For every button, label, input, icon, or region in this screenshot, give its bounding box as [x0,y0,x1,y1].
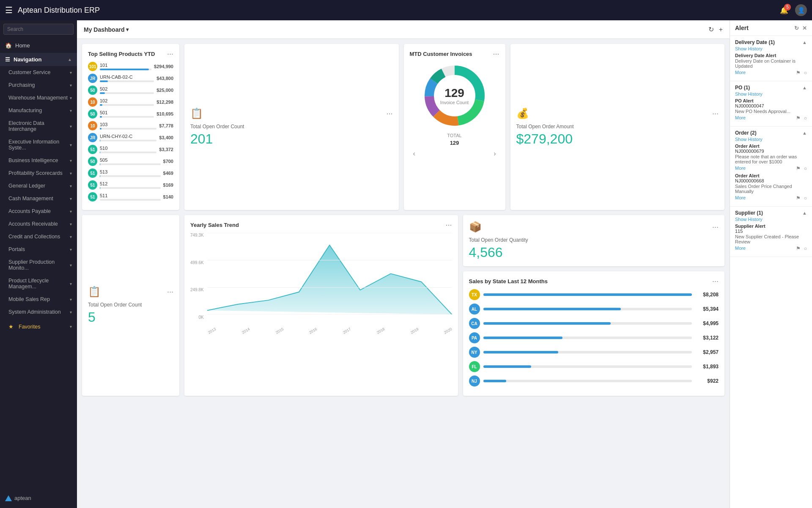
alert-more-link[interactable]: More [735,246,746,251]
spacer: 📋 ··· Total Open Order Count 5 [82,215,179,396]
product-price: $43,800 [156,76,173,81]
topbar: ☰ Aptean Distribution ERP 🔔 5 👤 [0,0,812,20]
alert-dismiss-button[interactable]: ○ [804,195,807,201]
list-item: 50 501 $10,695 [88,109,173,119]
alert-flag-button[interactable]: ⚑ [796,195,801,201]
alert-more-link[interactable]: More [735,70,746,76]
sales-state-title: Sales by State Last 12 Months [469,278,548,284]
show-history-link[interactable]: Show History [735,217,807,222]
product-badge: 51 [88,192,97,202]
alert-section-title: Supplier (1) ▲ [735,210,807,216]
mtd-invoices-widget: MTD Customer Invoices ··· [404,44,505,210]
dashboard-title[interactable]: My Dashboard ▾ [84,26,129,33]
alert-section-chevron[interactable]: ▲ [802,130,807,135]
widget-more-button[interactable]: ··· [493,50,499,58]
sidebar-item-mobile-sales[interactable]: Mobile Sales Rep ▾ [0,293,77,306]
alert-item: Supplier Alert 115 New Supplier Created … [735,224,807,251]
widget-more-button[interactable]: ··· [712,223,719,231]
sidebar-navigation-header[interactable]: ☰ Navigation ▲ [0,53,77,66]
sidebar-item-warehouse[interactable]: Warehouse Management ▾ [0,91,77,104]
list-item: 10 102 $12,298 [88,97,173,107]
search-input[interactable] [3,24,74,35]
state-bar-container [483,322,692,325]
alert-title: Alert [735,25,749,31]
alert-flag-button[interactable]: ⚑ [796,166,801,171]
sidebar-item-portals[interactable]: Portals ▾ [0,243,77,256]
sidebar-item-ap[interactable]: Accounts Payable ▾ [0,205,77,218]
sidebar-item-manufacturing[interactable]: Manufacturing ▾ [0,104,77,117]
sidebar-item-credit[interactable]: Credit and Collections ▾ [0,230,77,243]
chevron-down-icon: ▾ [70,282,72,286]
list-item: NY $2,957 [469,347,719,358]
product-price: $469 [163,171,173,176]
alert-more-link[interactable]: More [735,195,746,201]
list-item: NJ $922 [469,375,719,387]
alert-dismiss-button[interactable]: ○ [804,166,807,171]
state-bar-container [483,337,692,339]
sidebar-item-purchasing[interactable]: Purchasing ▾ [0,79,77,91]
alert-refresh-icon[interactable]: ↻ [794,25,799,31]
add-button[interactable]: + [719,25,723,33]
widget-more-button[interactable]: ··· [712,110,719,117]
next-button[interactable]: › [494,150,496,157]
show-history-link[interactable]: Show History [735,91,807,97]
state-bar [483,322,611,325]
list-item: TX $8,208 [469,289,719,300]
alert-section-chevron[interactable]: ▲ [802,40,807,45]
prev-button[interactable]: ‹ [413,150,415,157]
sidebar-label: Credit and Collections [8,234,60,240]
sidebar-item-gl[interactable]: General Ledger ▾ [0,179,77,192]
alert-section-name: Delivery Date (1) [735,39,775,45]
chevron-down-icon: ▾ [70,83,72,88]
sidebar-item-spm[interactable]: Supplier Production Monito... ▾ [0,256,77,274]
alert-flag-button[interactable]: ⚑ [796,246,801,251]
widget-more-button[interactable]: ··· [386,110,392,117]
alert-flag-button[interactable]: ⚑ [796,115,801,121]
hamburger-icon[interactable]: ☰ [5,5,13,15]
sidebar-item-customer-service[interactable]: Customer Service ▾ [0,66,77,79]
alert-count: (2) [750,130,757,136]
star-icon: ★ [8,323,14,330]
navigation-chevron: ▲ [68,57,72,62]
state-bar [483,293,692,296]
alert-more-link[interactable]: More [735,166,746,171]
sidebar-item-cash[interactable]: Cash Management ▾ [0,192,77,205]
alert-dismiss-button[interactable]: ○ [804,70,807,76]
alert-dismiss-button[interactable]: ○ [804,246,807,251]
chevron-down-icon: ▾ [70,196,72,201]
state-bar [483,365,532,368]
alert-close-icon[interactable]: ✕ [802,25,807,31]
widget-header: Top Selling Products YTD ··· [88,50,173,58]
sidebar-item-sysadmin[interactable]: System Administration ▾ [0,306,77,318]
widget-row-1: Top Selling Products YTD ··· 101 101 $29… [82,44,724,210]
list-item: AL $5,394 [469,304,719,315]
widget-more-button[interactable]: ··· [167,288,173,295]
sidebar-item-ar[interactable]: Accounts Receivable ▾ [0,218,77,230]
chevron-down-icon: ▾ [70,108,72,113]
widget-more-button[interactable]: ··· [712,277,719,285]
list-item: JR URN-CAB-02-C $43,800 [88,74,173,83]
widget-more-button[interactable]: ··· [167,50,173,58]
notification-bell[interactable]: 🔔 5 [780,6,788,14]
alert-more-link[interactable]: More [735,115,746,121]
sidebar-item-eis[interactable]: Executive Information Syste... ▾ [0,135,77,154]
alert-flag-button[interactable]: ⚑ [796,70,801,76]
user-avatar[interactable]: 👤 [795,4,807,16]
show-history-link[interactable]: Show History [735,137,807,142]
widget-more-button[interactable]: ··· [445,221,452,229]
y-label: 0K [198,315,203,320]
sidebar-item-favorites[interactable]: ★ Favorites ▾ [0,320,77,333]
alert-section-chevron[interactable]: ▲ [802,85,807,90]
sidebar-item-plm[interactable]: Product Lifecycle Managem... ▾ [0,274,77,293]
alert-section: PO (1) ▲ Show History PO Alert NJ0000000… [730,81,812,127]
alert-dismiss-button[interactable]: ○ [804,115,807,121]
alert-section-chevron[interactable]: ▲ [802,210,807,215]
sidebar-item-edi[interactable]: Electronic Data Interchange ▾ [0,117,77,135]
alert-section-title: Delivery Date (1) ▲ [735,39,807,45]
show-history-link[interactable]: Show History [735,46,807,51]
sidebar-item-home[interactable]: 🏠 Home [0,38,77,53]
sidebar-item-bi[interactable]: Business Intelligence ▾ [0,154,77,167]
state-badge: NJ [469,375,480,387]
sidebar-item-profitability[interactable]: Profitability Scorecards ▾ [0,167,77,179]
refresh-button[interactable]: ↻ [708,25,714,33]
